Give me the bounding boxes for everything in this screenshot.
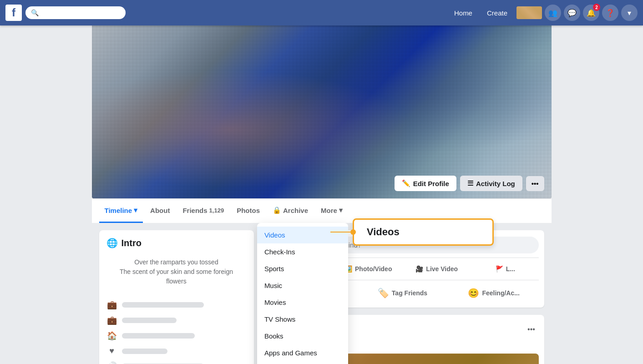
intro-item-4: ♥ [106, 344, 247, 359]
lock-icon: 🔒 [273, 206, 281, 214]
intro-card: 🌐 Intro Over the ramparts you tossedThe … [99, 230, 254, 364]
feeling-icon: 😊 [468, 288, 479, 298]
feeling-btn[interactable]: 😊 Feeling/Ac... [449, 284, 539, 302]
speaker-icon: 🔊 [106, 361, 117, 364]
chevron-down-icon: ▾ [134, 206, 137, 214]
account-menu-btn[interactable]: ▾ [621, 5, 638, 21]
more-composer-action[interactable]: 🚩 L... [472, 262, 539, 276]
videos-tooltip-label: Videos [367, 226, 400, 238]
intro-item-text-1 [122, 302, 204, 308]
dropdown-item-movies[interactable]: Movies [257, 294, 348, 311]
edit-profile-button[interactable]: ✏️ Edit Profile [395, 176, 456, 191]
tab-timeline[interactable]: Timeline ▾ [99, 199, 143, 223]
nav-links: Home Create [449, 6, 513, 20]
search-input[interactable] [42, 9, 115, 16]
flag-icon: 🚩 [496, 265, 503, 273]
notifications-icon-btn[interactable]: 🔔 2 [583, 5, 599, 21]
dropdown-item-music[interactable]: Music [257, 277, 348, 294]
tab-friends[interactable]: Friends 1,129 [177, 199, 229, 223]
briefcase-icon-2: 💼 [106, 315, 117, 325]
dropdown-item-sports[interactable]: Sports [257, 260, 348, 277]
tab-about[interactable]: About [145, 199, 175, 223]
videos-tooltip: Videos [353, 218, 494, 246]
briefcase-icon: 💼 [106, 300, 117, 310]
messenger-icon-btn[interactable]: 💬 [564, 5, 580, 21]
post-more-icon: ••• [527, 325, 535, 334]
facebook-logo[interactable]: f [5, 5, 22, 21]
tag-friends-btn[interactable]: 🏷️ Tag Friends [358, 284, 447, 302]
tab-more[interactable]: More ▾ [315, 199, 348, 223]
dropdown-item-tv-shows[interactable]: TV Shows [257, 311, 348, 328]
create-link[interactable]: Create [481, 6, 513, 20]
tab-archive[interactable]: 🔒 Archive [267, 199, 314, 223]
home-icon: 🏠 [106, 331, 117, 341]
live-video-action[interactable]: 🎥 Live Video [404, 262, 471, 276]
intro-item-5: 🔊 [106, 359, 247, 364]
dropdown-item-apps-games[interactable]: Apps and Games [257, 344, 348, 361]
user-avatar-nav[interactable] [516, 6, 542, 19]
search-bar[interactable]: 🔍 [25, 6, 126, 19]
tab-photos[interactable]: Photos [231, 199, 265, 223]
more-icon: ••• [532, 180, 539, 187]
dropdown-item-likes[interactable]: Likes [257, 361, 348, 364]
post-menu-button[interactable]: ••• [524, 322, 539, 337]
globe-icon: 🌐 [106, 238, 118, 248]
chevron-down-icon: ▾ [339, 206, 343, 214]
dropdown-item-books[interactable]: Books [257, 328, 348, 344]
tag-friends-icon: 🏷️ [378, 288, 389, 298]
intro-item-2: 💼 [106, 313, 247, 328]
intro-item-text-3 [122, 333, 195, 339]
more-dropdown: Videos Check-Ins Sports Music Movies TV … [257, 223, 348, 364]
intro-title: 🌐 Intro [106, 238, 247, 248]
intro-quote: Over the ramparts you tossedThe scent of… [106, 254, 247, 290]
dropdown-item-videos[interactable]: Videos [257, 227, 348, 243]
pencil-icon: ✏️ [402, 179, 410, 187]
top-nav: f 🔍 Home Create 👥 💬 🔔 2 ❓ ▾ [0, 0, 643, 25]
cover-mosaic [92, 25, 552, 198]
dropdown-item-check-ins[interactable]: Check-Ins [257, 243, 348, 260]
heart-icon: ♥ [106, 346, 117, 356]
intro-item-3: 🏠 [106, 328, 247, 344]
search-icon: 🔍 [31, 9, 39, 16]
cover-more-button[interactable]: ••• [526, 176, 544, 191]
cover-action-buttons: ✏️ Edit Profile ☰ Activity Log ••• [395, 176, 544, 191]
nav-icons: 👥 💬 🔔 2 ❓ ▾ [516, 5, 638, 21]
more-tab-wrapper: More ▾ Videos Check-Ins Sports Music Mov… [315, 199, 348, 223]
chevron-down-icon: ▾ [628, 9, 631, 17]
intro-item-1: 💼 [106, 297, 247, 313]
live-icon: 🎥 [415, 265, 423, 273]
notification-badge: 2 [593, 4, 600, 11]
messenger-icon: 💬 [567, 9, 577, 17]
people-icon: 👥 [548, 9, 557, 17]
help-icon: ❓ [606, 9, 615, 17]
home-link[interactable]: Home [449, 6, 478, 20]
activity-log-button[interactable]: ☰ Activity Log [460, 176, 522, 191]
main-content: ✏️ Edit Profile ☰ Activity Log ••• Timel… [0, 25, 643, 364]
left-column: 🌐 Intro Over the ramparts you tossedThe … [99, 230, 254, 364]
people-icon-btn[interactable]: 👥 [545, 5, 561, 21]
list-icon: ☰ [467, 179, 473, 187]
intro-item-text-2 [122, 318, 177, 323]
cover-photo: ✏️ Edit Profile ☰ Activity Log ••• [92, 25, 552, 198]
help-icon-btn[interactable]: ❓ [602, 5, 618, 21]
profile-tabs: Timeline ▾ About Friends 1,129 Photos 🔒 … [92, 198, 552, 223]
intro-item-text-4 [122, 349, 167, 354]
profile-area: ✏️ Edit Profile ☰ Activity Log ••• Timel… [92, 25, 552, 223]
